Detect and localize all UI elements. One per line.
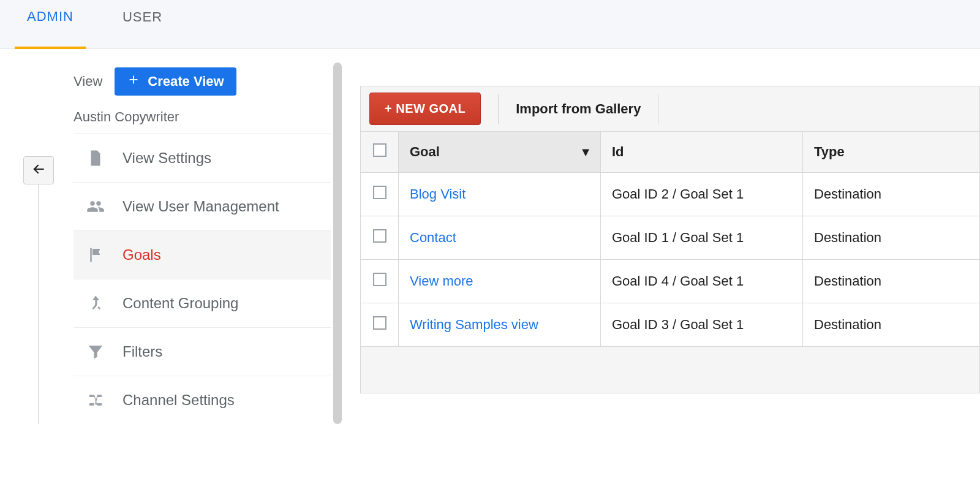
row-goal-cell: View more bbox=[399, 260, 601, 303]
top-nav: ADMIN USER bbox=[0, 0, 980, 49]
sidebar-item-label: Content Grouping bbox=[123, 295, 238, 312]
row-goal-cell: Blog Visit bbox=[399, 173, 601, 216]
view-subtitle: Austin Copywriter bbox=[74, 96, 331, 134]
create-view-label: Create View bbox=[148, 74, 224, 89]
import-from-gallery-link[interactable]: Import from Gallery bbox=[516, 101, 641, 117]
table-row: ContactGoal ID 1 / Goal Set 1Destination bbox=[361, 216, 980, 260]
row-id-cell: Goal ID 4 / Goal Set 1 bbox=[601, 260, 803, 303]
row-id-cell: Goal ID 1 / Goal Set 1 bbox=[601, 216, 803, 260]
sidebar-item-content-grouping[interactable]: Content Grouping bbox=[74, 279, 331, 328]
header-goal[interactable]: Goal ▼ bbox=[399, 132, 601, 173]
sidebar-item-channel-settings[interactable]: Channel Settings bbox=[74, 376, 331, 424]
row-type-cell: Destination bbox=[803, 173, 980, 216]
tab-admin[interactable]: ADMIN bbox=[15, 0, 86, 49]
row-checkbox[interactable] bbox=[373, 316, 386, 330]
funnel-icon bbox=[83, 341, 108, 362]
header-type[interactable]: Type bbox=[803, 132, 980, 173]
sidebar-nav: View Settings View User Management Goals… bbox=[74, 134, 331, 424]
channels-icon bbox=[83, 390, 108, 411]
table-row: Writing Samples viewGoal ID 3 / Goal Set… bbox=[361, 303, 980, 347]
layout: View Create View Austin Copywriter View … bbox=[0, 49, 980, 424]
sidebar-item-label: Goals bbox=[123, 246, 161, 263]
table-footer bbox=[360, 347, 980, 393]
row-select-cell bbox=[361, 303, 399, 347]
select-all-checkbox[interactable] bbox=[373, 143, 386, 157]
goal-link[interactable]: Blog Visit bbox=[410, 186, 466, 202]
users-icon bbox=[83, 196, 108, 217]
separator bbox=[658, 94, 658, 124]
create-view-button[interactable]: Create View bbox=[115, 67, 236, 96]
goal-link[interactable]: View more bbox=[410, 273, 473, 289]
row-select-cell bbox=[361, 260, 399, 303]
row-select-cell bbox=[361, 173, 399, 216]
merge-icon bbox=[83, 293, 108, 314]
table-row: Blog VisitGoal ID 2 / Goal Set 1Destinat… bbox=[361, 173, 980, 216]
goals-table: Goal ▼ Id Type Blog VisitGoal ID 2 / Goa… bbox=[360, 131, 980, 347]
sidebar-item-label: Filters bbox=[123, 343, 162, 360]
header-goal-label: Goal bbox=[410, 144, 440, 159]
row-type-cell: Destination bbox=[803, 260, 980, 303]
table-row: View moreGoal ID 4 / Goal Set 1Destinati… bbox=[361, 260, 980, 303]
separator bbox=[498, 94, 499, 124]
row-checkbox[interactable] bbox=[373, 229, 386, 243]
row-id-cell: Goal ID 2 / Goal Set 1 bbox=[601, 173, 803, 216]
sidebar-item-label: Channel Settings bbox=[123, 392, 235, 409]
back-rail bbox=[0, 49, 61, 424]
row-goal-cell: Contact bbox=[399, 216, 601, 260]
tab-user[interactable]: USER bbox=[110, 0, 175, 48]
goals-toolbar: + NEW GOAL Import from Gallery bbox=[360, 86, 980, 131]
row-checkbox[interactable] bbox=[373, 273, 386, 286]
row-checkbox[interactable] bbox=[373, 186, 386, 199]
row-select-cell bbox=[361, 216, 399, 260]
scroll-thumb[interactable] bbox=[333, 63, 342, 424]
view-label: View bbox=[74, 74, 102, 89]
row-goal-cell: Writing Samples view bbox=[399, 303, 601, 347]
sidebar-item-goals[interactable]: Goals bbox=[74, 231, 331, 279]
scroll-divider[interactable] bbox=[331, 49, 345, 424]
select-all-cell bbox=[361, 132, 399, 173]
goal-link[interactable]: Writing Samples view bbox=[410, 317, 538, 332]
goal-link[interactable]: Contact bbox=[410, 230, 456, 245]
sidebar-item-view-settings[interactable]: View Settings bbox=[74, 134, 331, 183]
vertical-line bbox=[38, 184, 39, 424]
header-id[interactable]: Id bbox=[601, 132, 803, 173]
main-content: + NEW GOAL Import from Gallery Goal ▼ Id… bbox=[345, 49, 980, 424]
table-header-row: Goal ▼ Id Type bbox=[361, 132, 980, 173]
page-icon bbox=[83, 148, 108, 169]
view-row: View Create View bbox=[74, 67, 331, 96]
sidebar: View Create View Austin Copywriter View … bbox=[61, 49, 331, 424]
sidebar-item-user-management[interactable]: View User Management bbox=[74, 183, 331, 231]
sidebar-item-filters[interactable]: Filters bbox=[74, 328, 331, 376]
back-button[interactable] bbox=[23, 156, 54, 184]
sort-desc-icon: ▼ bbox=[579, 145, 592, 159]
row-id-cell: Goal ID 3 / Goal Set 1 bbox=[601, 303, 803, 347]
flag-icon bbox=[83, 245, 108, 265]
arrow-left-icon bbox=[31, 161, 47, 180]
row-type-cell: Destination bbox=[803, 216, 980, 260]
sidebar-item-label: View User Management bbox=[123, 198, 279, 215]
row-type-cell: Destination bbox=[803, 303, 980, 347]
sidebar-item-label: View Settings bbox=[123, 150, 211, 167]
new-goal-button[interactable]: + NEW GOAL bbox=[369, 93, 481, 125]
plus-icon bbox=[127, 73, 140, 90]
